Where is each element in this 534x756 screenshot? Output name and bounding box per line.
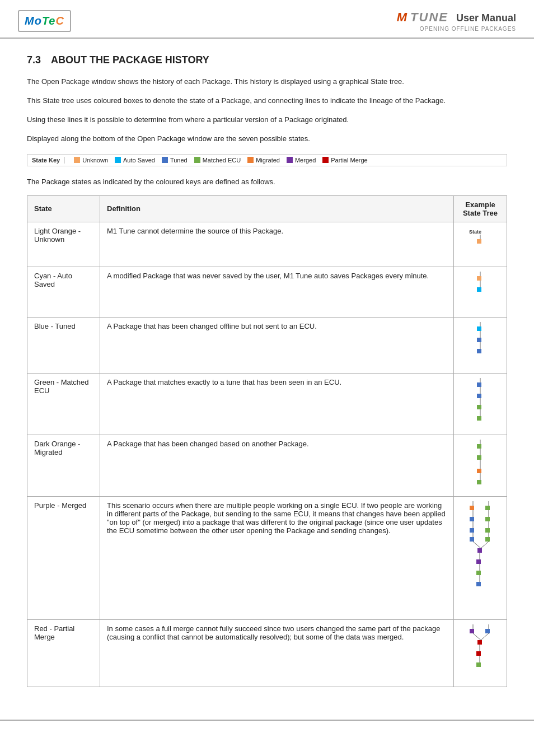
state-cell-unknown: Light Orange - Unknown — [27, 222, 100, 267]
table-row: Cyan - Auto Saved A modified Package tha… — [27, 267, 507, 317]
svg-rect-36 — [485, 517, 490, 521]
svg-rect-47 — [477, 548, 482, 553]
svg-line-58 — [473, 633, 481, 640]
svg-rect-30 — [470, 506, 474, 510]
state-key-merged: Merged — [287, 157, 316, 164]
motec-c: C — [56, 15, 64, 27]
partial-box — [322, 157, 329, 163]
svg-rect-34 — [470, 517, 474, 521]
svg-rect-4 — [477, 276, 481, 281]
autosaved-box — [115, 157, 121, 163]
tuned-box — [162, 157, 168, 163]
svg-rect-40 — [485, 528, 490, 533]
state-key-matched: Matched ECU — [194, 157, 241, 164]
migrated-box — [247, 157, 254, 163]
state-cell-matched: Green - Matched ECU — [27, 373, 100, 435]
brand-area: MTUNE User Manual OPENING OFFLINE PACKAG… — [397, 10, 516, 32]
svg-rect-57 — [485, 629, 490, 633]
svg-line-45 — [473, 542, 481, 548]
section-title: 7.3 ABOUT THE PACKAGE HISTORY — [27, 54, 507, 66]
svg-rect-51 — [476, 571, 481, 575]
unknown-box — [74, 157, 80, 163]
mtune-tune-text: TUNE — [410, 10, 448, 25]
unknown-label: Unknown — [82, 157, 108, 164]
svg-rect-2 — [477, 239, 481, 244]
state-cell-tuned: Blue - Tuned — [27, 317, 100, 373]
autosaved-label: Auto Saved — [123, 157, 155, 164]
tree-cell-unknown: State — [454, 222, 507, 267]
tree-svg-merged — [461, 501, 500, 613]
def-cell-tuned: A Package that has been changed offline … — [100, 317, 454, 373]
tree-cell-partial — [454, 619, 507, 687]
svg-rect-26 — [477, 469, 481, 473]
def-cell-autosaved: A modified Package that was never saved … — [100, 267, 454, 317]
def-cell-merged: This scenario occurs when there are mult… — [100, 496, 454, 619]
user-manual-label: User Manual — [456, 12, 516, 24]
state-cell-autosaved: Cyan - Auto Saved — [27, 267, 100, 317]
mtune-logo: MTUNE User Manual — [397, 10, 516, 25]
svg-rect-20 — [477, 416, 481, 421]
motec-logo-area: MoTeC — [18, 10, 71, 32]
tuned-label: Tuned — [170, 157, 188, 164]
merged-box — [287, 157, 293, 163]
migrated-label: Migrated — [256, 157, 280, 164]
def-cell-matched: A Package that matches exactly to a tune… — [100, 373, 454, 435]
partial-label: Partial Merge — [331, 157, 367, 164]
merged-label: Merged — [295, 157, 316, 164]
tree-cell-tuned — [454, 317, 507, 373]
state-key-autosaved: Auto Saved — [115, 157, 155, 164]
svg-rect-43 — [470, 537, 474, 542]
state-key-migrated: Migrated — [247, 157, 280, 164]
header-definition: Definition — [100, 195, 454, 222]
mtune-m-letter: M — [397, 10, 407, 25]
tree-cell-merged — [454, 496, 507, 619]
matched-box — [194, 157, 200, 163]
state-key-label: State Key — [32, 157, 65, 164]
header-state: State — [27, 195, 100, 222]
svg-rect-60 — [477, 640, 482, 645]
table-row: Dark Orange - Migrated A Package that ha… — [27, 435, 507, 496]
tree-cell-matched — [454, 373, 507, 435]
def-cell-migrated: A Package that has been changed based on… — [100, 435, 454, 496]
body-paragraph-2: This State tree uses coloured boxes to d… — [27, 95, 507, 106]
svg-rect-12 — [477, 349, 481, 353]
svg-rect-38 — [470, 528, 474, 533]
table-row: Purple - Merged This scenario occurs whe… — [27, 496, 507, 619]
svg-rect-62 — [476, 651, 481, 656]
svg-rect-18 — [477, 405, 481, 409]
state-key-bar: State Key Unknown Auto Saved Tuned Match… — [27, 154, 507, 166]
svg-rect-16 — [477, 394, 481, 398]
tree-svg-tuned — [463, 322, 497, 367]
tree-svg-autosaved — [463, 272, 497, 311]
tree-svg-migrated — [463, 440, 497, 490]
section-heading: ABOUT THE PACKAGE HISTORY — [51, 54, 209, 66]
table-row: Red - Partial Merge In some cases a full… — [27, 619, 507, 687]
main-content: 7.3 ABOUT THE PACKAGE HISTORY The Open P… — [0, 39, 534, 703]
svg-rect-10 — [477, 338, 481, 342]
tree-cell-autosaved — [454, 267, 507, 317]
svg-rect-14 — [477, 382, 481, 387]
body-paragraph-4: Displayed along the bottom of the Open P… — [27, 133, 507, 144]
motec-mo: Mo — [25, 15, 42, 27]
table-row: Green - Matched ECU A Package that match… — [27, 373, 507, 435]
tree-svg-partial — [461, 624, 500, 680]
svg-rect-64 — [476, 662, 481, 667]
states-table: State Definition Example State Tree Ligh… — [27, 195, 507, 687]
svg-rect-8 — [477, 326, 481, 331]
svg-line-46 — [481, 542, 489, 548]
svg-rect-44 — [485, 537, 490, 542]
svg-text:State: State — [469, 229, 481, 235]
motec-logo: MoTeC — [18, 10, 71, 32]
body-paragraph-3: Using these lines it is possible to dete… — [27, 114, 507, 125]
motec-te: Te — [42, 15, 56, 27]
svg-rect-28 — [477, 480, 481, 484]
page-header: MoTeC MTUNE User Manual OPENING OFFLINE … — [0, 0, 534, 39]
svg-rect-49 — [476, 559, 481, 564]
svg-rect-53 — [476, 582, 481, 586]
state-cell-merged: Purple - Merged — [27, 496, 100, 619]
tree-svg-matched — [463, 378, 497, 428]
table-intro: The Package states as indicated by the c… — [27, 176, 507, 188]
table-row: Light Orange - Unknown M1 Tune cannot de… — [27, 222, 507, 267]
tree-cell-migrated — [454, 435, 507, 496]
state-key-tuned: Tuned — [162, 157, 188, 164]
